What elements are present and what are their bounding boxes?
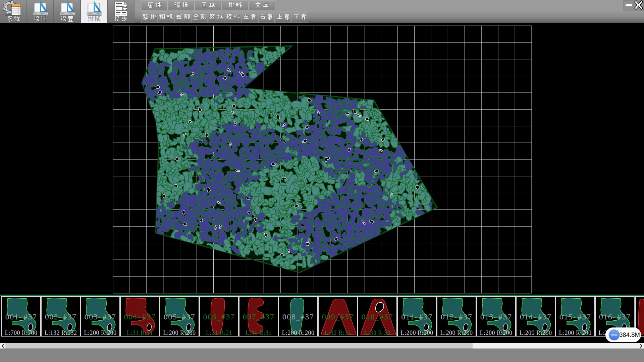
svg-text:002_#37: 002_#37 [45,312,77,321]
svg-text:004_#37: 004_#37 [124,312,156,321]
svg-text:009_#37: 009_#37 [322,312,354,321]
svg-text:015_#37: 015_#37 [559,312,591,321]
svg-text:L:200 R:200: L:200 R:200 [282,329,314,336]
svg-text:014_#37: 014_#37 [520,312,552,321]
svg-text:L:31 R:31: L:31 R:31 [127,329,153,336]
svg-text:L:200 R:200: L:200 R:200 [480,329,512,336]
svg-text:384.8M: 384.8M [619,331,640,338]
svg-text:L:200 R:200: L:200 R:200 [84,329,116,336]
svg-text:L:200 R:200: L:200 R:200 [440,329,473,336]
svg-text:016_#37: 016_#37 [599,312,631,321]
svg-text:012_#37: 012_#37 [441,312,473,321]
svg-text:005_#37: 005_#37 [164,312,196,321]
svg-text:010_#37: 010_#37 [362,312,393,321]
svg-text:L:700 R:700: L:700 R:700 [5,329,37,336]
svg-text:L:200 R:200: L:200 R:200 [559,329,591,336]
svg-text:L:33 R:33: L:33 R:33 [364,329,390,336]
svg-text:007_#37: 007_#37 [243,312,275,321]
svg-text:L:200 R:200: L:200 R:200 [400,329,433,336]
svg-text:L:200 R:200: L:200 R:200 [519,329,552,336]
svg-text:L:32 R:31: L:32 R:31 [325,329,351,336]
svg-text:006_#37: 006_#37 [203,312,235,321]
svg-text:013_#37: 013_#37 [480,312,512,321]
svg-text:008_#37: 008_#37 [282,312,314,321]
svg-text:38%: 38% [611,333,618,337]
svg-text:L:21 R:21: L:21 R:21 [206,329,232,336]
svg-text:001_#37: 001_#37 [5,312,37,321]
svg-text:003_#37: 003_#37 [85,312,116,321]
svg-text:L:200 R:200: L:200 R:200 [163,329,196,336]
svg-text:L:31 R:31: L:31 R:31 [246,329,272,336]
svg-text:L:132 R:132: L:132 R:132 [44,329,77,336]
svg-text:011_#37: 011_#37 [401,312,433,321]
